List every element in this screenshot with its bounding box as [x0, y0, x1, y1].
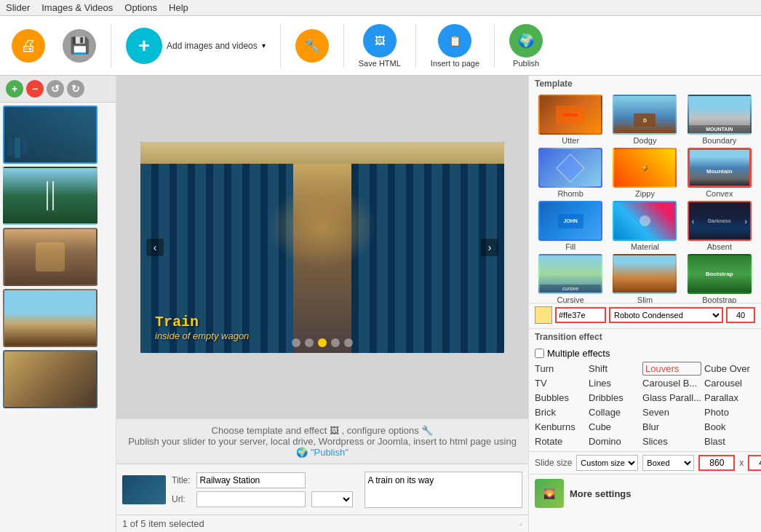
slide-thumb-1[interactable] — [3, 106, 97, 164]
template-fill[interactable]: JOHN Fill — [535, 201, 606, 251]
effect-photo[interactable]: Photo — [704, 405, 755, 419]
effect-carousel-b[interactable]: Carousel B... — [642, 376, 701, 390]
effect-bubbles[interactable]: Bubbles — [535, 391, 586, 405]
menu-help[interactable]: Help — [169, 2, 188, 13]
template-name-boundary: Boundary — [702, 136, 736, 145]
slider-next-button[interactable]: › — [481, 239, 498, 256]
template-name-cursive: Cursive — [557, 295, 584, 303]
template-dodgy[interactable]: D Dodgy — [609, 95, 680, 145]
menu-bar: Slider Images & Videos Options Help — [0, 0, 761, 16]
effect-blast[interactable]: Blast — [704, 434, 755, 448]
description-textarea[interactable]: A train on its way — [364, 472, 522, 508]
insert-to-page-button[interactable]: 📋 Insert to page — [425, 21, 485, 71]
slide-info-thumb — [122, 475, 166, 504]
effect-brick[interactable]: Brick — [535, 405, 586, 419]
divider-2 — [280, 24, 281, 68]
font-color-box[interactable] — [535, 306, 552, 324]
template-name-utter: Utter — [562, 136, 579, 145]
rotate-right-button[interactable]: ↻ — [67, 80, 84, 98]
template-absent[interactable]: ‹ Darkness › Absent — [684, 201, 755, 251]
template-slim[interactable]: Slim — [609, 254, 680, 303]
dot-2[interactable] — [305, 338, 314, 347]
template-utter[interactable]: Utter — [535, 95, 606, 145]
template-thumb-slim — [613, 254, 677, 294]
add-images-button[interactable]: + Add images and videos ▾ — [120, 25, 271, 67]
template-name-absent: Absent — [707, 242, 732, 251]
effect-book[interactable]: Book — [704, 420, 755, 434]
effect-louvers[interactable]: Louvers — [642, 362, 701, 376]
remove-slide-button[interactable]: − — [26, 80, 44, 98]
template-boundary[interactable]: MOUNTAIN Boundary — [684, 95, 755, 145]
print-button[interactable]: 🖨 — [6, 26, 51, 65]
menu-options[interactable]: Options — [124, 2, 157, 13]
effect-parallax[interactable]: Parallax — [704, 391, 755, 405]
effect-glass-parallax[interactable]: Glass Parall... — [642, 391, 701, 405]
slider-prev-button[interactable]: ‹ — [146, 239, 164, 256]
tools-button[interactable]: 🔧 — [290, 26, 335, 65]
publish-link[interactable]: "Publish" — [311, 447, 348, 458]
effect-turn[interactable]: Turn — [535, 362, 586, 376]
effect-cube-over[interactable]: Cube Over — [704, 362, 755, 376]
effect-dribbles[interactable]: Dribbles — [589, 391, 640, 405]
template-zippy[interactable]: ⚡ Zippy — [609, 148, 680, 198]
effect-shift[interactable]: Shift — [589, 362, 640, 376]
add-slide-button[interactable]: + — [6, 80, 23, 98]
slider-title: Train — [155, 314, 249, 330]
effect-rotate[interactable]: Rotate — [535, 434, 586, 448]
template-cursive[interactable]: cursive Cursive — [535, 254, 606, 303]
box-type-select[interactable]: Boxed Full width — [642, 455, 694, 471]
width-input[interactable] — [698, 455, 735, 471]
slide-thumb-3[interactable] — [3, 228, 97, 286]
dot-1[interactable] — [292, 338, 300, 347]
multiple-effects-checkbox[interactable] — [535, 349, 544, 358]
slide-thumb-2[interactable] — [3, 167, 97, 225]
size-type-select[interactable]: Custom size Full width Full screen — [576, 455, 638, 471]
template-material[interactable]: Material — [609, 201, 680, 251]
rotate-left-button[interactable]: ↺ — [47, 80, 64, 98]
menu-slider[interactable]: Slider — [6, 2, 30, 13]
dot-4[interactable] — [331, 338, 340, 347]
dot-3[interactable] — [318, 338, 327, 347]
divider-3 — [343, 24, 344, 68]
add-dropdown-icon: ▾ — [262, 41, 266, 49]
template-bootstrap[interactable]: Bootstrap Bootstrap — [684, 254, 755, 303]
effect-domino[interactable]: Domino — [589, 434, 640, 448]
effect-cube[interactable]: Cube — [589, 420, 640, 434]
more-settings-bar: 🌄 More settings — [529, 475, 761, 512]
template-thumb-rhomb — [538, 148, 602, 188]
title-input[interactable] — [196, 472, 306, 488]
url-input[interactable] — [196, 491, 306, 507]
publish-button[interactable]: 🌍 Publish — [503, 21, 549, 71]
height-input[interactable] — [748, 455, 761, 471]
effect-collage[interactable]: Collage — [589, 405, 640, 419]
effect-kenburns[interactable]: Kenburns — [535, 420, 586, 434]
help-text: Choose template and effect 🖼 , configure… — [116, 418, 528, 464]
effect-blur[interactable]: Blur — [642, 420, 701, 434]
effect-lines[interactable]: Lines — [589, 376, 640, 390]
font-color-input[interactable] — [555, 307, 606, 323]
font-size-input[interactable] — [726, 307, 755, 323]
transition-section: Transition effect Multiple effects Turn … — [529, 329, 761, 452]
effect-slices[interactable]: Slices — [642, 434, 701, 448]
left-panel: + − ↺ ↻ — [0, 76, 116, 532]
effect-seven[interactable]: Seven — [642, 405, 701, 419]
slide-thumb-4[interactable] — [3, 289, 97, 347]
font-family-select[interactable]: Roboto Condensed Arial Times New Roman — [609, 307, 723, 323]
dot-5[interactable] — [344, 338, 353, 347]
effect-tv[interactable]: TV — [535, 376, 586, 390]
url-label: Url: — [172, 494, 191, 504]
help-line2: Publish your slider to your server, loca… — [128, 436, 517, 458]
save-html-label: Save HTML — [359, 59, 401, 68]
save-html-button[interactable]: 🖼 Save HTML — [353, 21, 407, 71]
slide-thumb-5[interactable] — [3, 350, 97, 408]
url-target-select[interactable]: _blank _self — [311, 491, 353, 507]
more-settings-button[interactable]: More settings — [570, 488, 631, 499]
effect-carousel[interactable]: Carousel — [704, 376, 755, 390]
menu-images-videos[interactable]: Images & Videos — [41, 2, 113, 13]
font-bar: Roboto Condensed Arial Times New Roman — [529, 303, 761, 329]
template-name-bootstrap: Bootstrap — [702, 295, 736, 303]
right-panel: Template Utter — [528, 76, 761, 532]
template-rhomb[interactable]: Rhomb — [535, 148, 606, 198]
template-convex[interactable]: Mountain Convex — [684, 148, 755, 198]
save-button[interactable]: 💾 — [57, 26, 102, 65]
